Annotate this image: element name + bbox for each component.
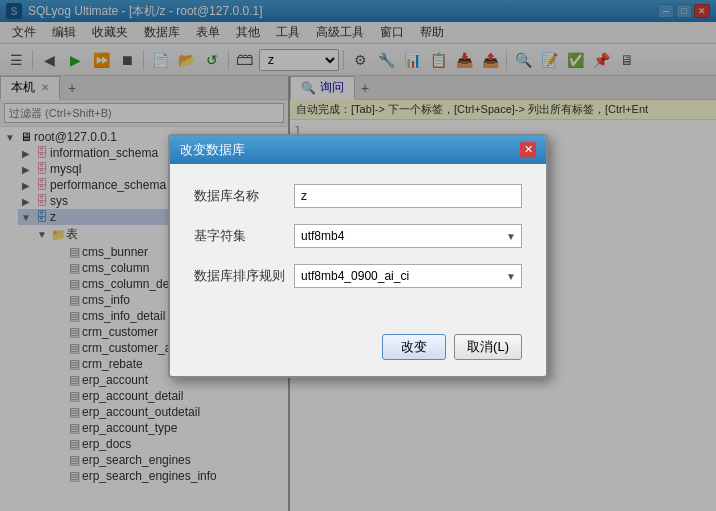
confirm-button[interactable]: 改变	[382, 334, 446, 360]
dialog-footer: 改变 取消(L)	[170, 324, 546, 376]
cancel-button[interactable]: 取消(L)	[454, 334, 522, 360]
dialog-title-bar: 改变数据库 ✕	[170, 136, 546, 164]
collation-select-wrapper: utf8mb4_0900_ai_ci utf8mb4_general_ci ut…	[294, 264, 522, 288]
db-name-input[interactable]	[294, 184, 522, 208]
db-name-label: 数据库名称	[194, 187, 294, 205]
change-database-dialog: 改变数据库 ✕ 数据库名称 基字符集 utf8mb4 utf8 latin1 g…	[168, 134, 548, 378]
collation-label: 数据库排序规则	[194, 267, 294, 285]
collation-row: 数据库排序规则 utf8mb4_0900_ai_ci utf8mb4_gener…	[194, 264, 522, 288]
charset-row: 基字符集 utf8mb4 utf8 latin1 gbk ▼	[194, 224, 522, 248]
charset-select[interactable]: utf8mb4 utf8 latin1 gbk	[294, 224, 522, 248]
dialog-close-button[interactable]: ✕	[520, 142, 536, 158]
dialog-body: 数据库名称 基字符集 utf8mb4 utf8 latin1 gbk ▼	[170, 164, 546, 324]
db-name-row: 数据库名称	[194, 184, 522, 208]
dialog-title-text: 改变数据库	[180, 141, 245, 159]
collation-select[interactable]: utf8mb4_0900_ai_ci utf8mb4_general_ci ut…	[294, 264, 522, 288]
charset-label: 基字符集	[194, 227, 294, 245]
charset-select-wrapper: utf8mb4 utf8 latin1 gbk ▼	[294, 224, 522, 248]
modal-overlay: 改变数据库 ✕ 数据库名称 基字符集 utf8mb4 utf8 latin1 g…	[0, 0, 716, 511]
